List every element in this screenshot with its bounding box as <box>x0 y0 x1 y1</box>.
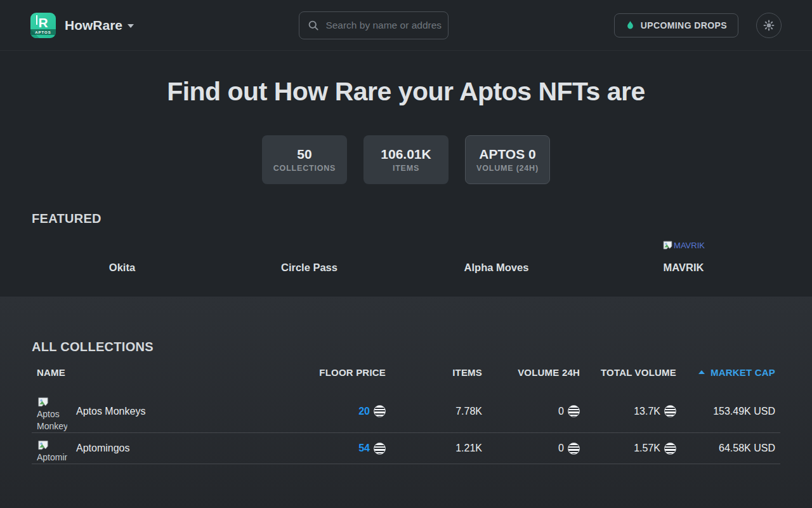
featured-section: FEATURED Okita Circle Pass Alpha Moves M… <box>0 211 812 274</box>
featured-item-okita[interactable]: Okita <box>29 231 216 274</box>
volume-24h-value: 0 <box>558 443 564 454</box>
stat-card-collections: 50 COLLECTIONS <box>262 135 347 184</box>
page-title: Find out How Rare your Aptos NFTs are <box>0 77 812 106</box>
total-volume-cell: 1.57K <box>580 443 676 455</box>
broken-image-icon <box>37 439 49 451</box>
search-input[interactable] <box>299 11 449 39</box>
featured-image-slot: MAVRIK <box>590 231 777 259</box>
floor-price-cell: 54 <box>291 443 386 455</box>
collection-name-cell: Aptomingos Aptomingos <box>32 433 291 464</box>
collection-row-aptos-monkeys[interactable]: Aptos Monkeys Aptos Monkeys 20 7.78K 0 1… <box>32 390 780 433</box>
broken-image-alt-text: MAVRIK <box>674 241 705 250</box>
chevron-down-icon <box>128 24 134 28</box>
brand-menu[interactable]: HowRare <box>65 18 134 33</box>
featured-item-alpha-moves[interactable]: Alpha Moves <box>403 231 590 274</box>
broken-image-icon <box>662 240 673 251</box>
total-volume-value: 13.7K <box>634 406 660 417</box>
table-header-row: NAME FLOOR PRICE ITEMS VOLUME 24H TOTAL … <box>32 354 780 390</box>
nav-right: UPCOMING DROPS <box>614 13 782 38</box>
stat-card-items: 106.01K ITEMS <box>363 135 449 184</box>
logo-letter: R <box>38 17 48 29</box>
stat-card-volume-24h: APTOS 0 VOLUME (24H) <box>465 135 550 184</box>
collection-name: Aptomingos <box>76 443 130 454</box>
column-header-name[interactable]: NAME <box>32 367 291 378</box>
broken-image-alt-text: Aptomingos <box>37 451 67 464</box>
howrare-logo[interactable]: R APTOS <box>30 13 56 38</box>
featured-image-slot <box>216 231 403 259</box>
featured-image-slot <box>403 231 590 259</box>
volume-24h-value: 0 <box>558 406 564 417</box>
stat-label: COLLECTIONS <box>273 164 336 173</box>
logo-aptos-label: APTOS <box>30 29 56 35</box>
floor-price-value: 54 <box>358 443 370 454</box>
sun-icon <box>763 19 775 32</box>
collection-name-cell: Aptos Monkeys Aptos Monkeys <box>32 390 291 432</box>
featured-row: Okita Circle Pass Alpha Moves MAVRIK MAV… <box>29 231 777 274</box>
featured-item-label: Alpha Moves <box>464 262 529 274</box>
aptos-coin-icon <box>664 405 676 417</box>
stat-value: 106.01K <box>381 147 431 162</box>
column-header-total-volume[interactable]: TOTAL VOLUME <box>580 367 676 378</box>
theme-toggle-button[interactable] <box>756 13 782 38</box>
broken-image-icon <box>37 396 49 408</box>
upcoming-drops-button[interactable]: UPCOMING DROPS <box>614 13 738 37</box>
volume-24h-cell: 0 <box>482 405 580 417</box>
market-cap-cell: 153.49K USD <box>676 406 780 417</box>
aptos-coin-icon <box>568 443 580 455</box>
collection-thumbnail-broken: Aptomingos <box>37 433 67 464</box>
aptos-coin-icon <box>664 443 676 455</box>
items-cell: 7.78K <box>386 406 482 417</box>
stat-label: ITEMS <box>393 164 419 173</box>
featured-image-slot <box>29 231 216 259</box>
collection-row-aptomingos[interactable]: Aptomingos Aptomingos 54 1.21K 0 1.57K <box>32 433 780 464</box>
column-header-label: MARKET CAP <box>710 367 775 378</box>
items-cell: 1.21K <box>386 443 482 454</box>
column-header-volume-24h[interactable]: VOLUME 24H <box>482 367 580 378</box>
volume-24h-cell: 0 <box>482 443 580 455</box>
aptos-coin-icon <box>568 405 580 417</box>
total-volume-value: 1.57K <box>634 443 660 454</box>
collection-name: Aptos Monkeys <box>76 406 145 417</box>
nav-left: R APTOS HowRare <box>30 13 134 38</box>
search-box <box>299 11 449 39</box>
aptos-coin-icon <box>374 443 386 455</box>
column-header-items[interactable]: ITEMS <box>386 367 482 378</box>
market-cap-cell: 64.58K USD <box>676 443 780 454</box>
featured-item-circle-pass[interactable]: Circle Pass <box>216 231 403 274</box>
brand-name: HowRare <box>65 18 122 33</box>
all-collections-section: ALL COLLECTIONS NAME FLOOR PRICE ITEMS V… <box>0 297 812 508</box>
featured-heading: FEATURED <box>32 211 780 226</box>
broken-image-alt-text: Aptos Monkeys <box>37 408 67 432</box>
featured-item-label: MAVRIK <box>664 262 704 274</box>
collections-table: NAME FLOOR PRICE ITEMS VOLUME 24H TOTAL … <box>32 354 780 464</box>
sort-ascending-icon <box>698 370 705 374</box>
page: R APTOS HowRare UPCOMING DROPS <box>0 0 812 508</box>
collection-thumbnail-broken: Aptos Monkeys <box>37 390 67 432</box>
stat-value: APTOS 0 <box>479 147 535 162</box>
all-collections-heading: ALL COLLECTIONS <box>32 340 780 354</box>
stats-row: 50 COLLECTIONS 106.01K ITEMS APTOS 0 VOL… <box>0 135 812 184</box>
column-header-floor-price[interactable]: FLOOR PRICE <box>291 367 386 378</box>
total-volume-cell: 13.7K <box>580 405 676 417</box>
upcoming-drops-label: UPCOMING DROPS <box>641 20 727 30</box>
stat-value: 50 <box>297 147 311 162</box>
floor-price-value: 20 <box>358 406 370 417</box>
featured-item-label: Circle Pass <box>281 262 337 274</box>
stat-label: VOLUME (24H) <box>476 164 539 173</box>
featured-item-label: Okita <box>109 262 135 274</box>
aptos-coin-icon <box>374 405 386 417</box>
floor-price-cell: 20 <box>291 405 386 417</box>
navbar: R APTOS HowRare UPCOMING DROPS <box>0 0 812 51</box>
flame-icon <box>625 20 635 30</box>
column-header-market-cap[interactable]: MARKET CAP <box>676 367 780 378</box>
featured-item-mavrik[interactable]: MAVRIK MAVRIK <box>590 231 777 274</box>
search-icon <box>307 19 320 32</box>
